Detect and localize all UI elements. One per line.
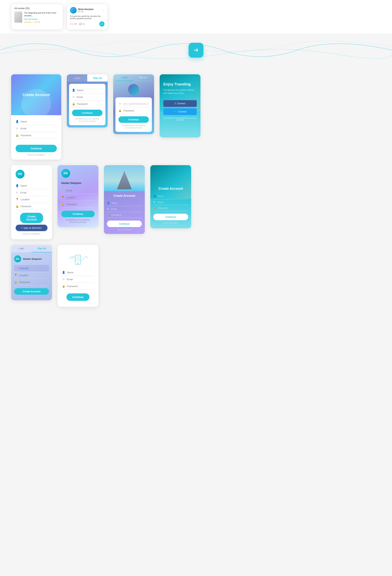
location-input[interactable] xyxy=(19,274,49,277)
email-icon: ✉ xyxy=(61,189,64,192)
location-field: 📍 xyxy=(61,194,95,201)
phone-wave-graphic xyxy=(67,252,89,265)
see-full-link[interactable]: See full review → xyxy=(24,18,60,20)
svg-rect-3 xyxy=(71,257,74,261)
mountain-shape xyxy=(117,171,132,189)
password-input[interactable] xyxy=(21,134,57,137)
person-icon: 👤 xyxy=(72,89,75,92)
twitter-connect-button[interactable]: 🐦 Connect xyxy=(163,108,197,115)
password-input[interactable] xyxy=(111,214,142,216)
location-icon: 📍 xyxy=(61,196,64,199)
password-input[interactable] xyxy=(77,103,103,105)
arrow-button[interactable] xyxy=(189,43,203,58)
email-icon: ✉ xyxy=(72,95,75,98)
lock-icon: 🔒 xyxy=(16,134,19,137)
name-input[interactable] xyxy=(21,120,57,123)
password-input[interactable] xyxy=(67,285,94,288)
location-input[interactable] xyxy=(66,196,95,199)
name-input[interactable] xyxy=(67,271,94,274)
mountain-background: ← xyxy=(104,165,145,191)
email-field: ✉ xyxy=(72,94,103,101)
email-icon: ✉ xyxy=(16,191,18,194)
name-input[interactable] xyxy=(77,89,103,92)
email-input[interactable] xyxy=(20,191,48,194)
lock-icon: 🔒 xyxy=(61,203,64,206)
person-icon: 👤 xyxy=(62,271,65,274)
tab-signup[interactable]: Sign Up xyxy=(87,74,108,82)
create-account-button[interactable]: Create Account xyxy=(20,213,43,223)
lock-icon: 🔒 xyxy=(118,109,122,112)
email-input[interactable] xyxy=(111,208,142,210)
tab-login[interactable]: Login xyxy=(115,74,134,81)
continue-button[interactable]: Continue xyxy=(16,145,57,152)
wave-section xyxy=(0,33,392,67)
email-input[interactable] xyxy=(123,102,149,105)
review-card: All review (53) The beginning and end of… xyxy=(11,4,63,30)
create-account-button[interactable]: Create Account xyxy=(14,288,49,295)
grid-section: Create Account 👤 ✉ 🔒 Continue Terms & Co… xyxy=(0,67,392,314)
travel-create-content: Create Account 👤 ✉ 🔒 Continue Terms & Co… xyxy=(150,165,191,227)
tab-signup[interactable]: Sign Up xyxy=(31,245,52,252)
comment-action[interactable]: 💬 82 xyxy=(79,23,85,25)
facebook-connect-button[interactable]: f Connect xyxy=(163,100,197,107)
email-input[interactable] xyxy=(19,267,49,270)
card-title: Create Account xyxy=(23,93,50,97)
email-input[interactable] xyxy=(77,96,103,98)
location-icon: 📍 xyxy=(14,274,17,277)
travel-terms[interactable]: By registering, you are agreeing to our … xyxy=(163,117,197,121)
email-input[interactable] xyxy=(66,189,95,192)
continue-button[interactable]: Continue xyxy=(153,214,188,220)
user-avatar xyxy=(128,84,139,95)
facebook-login-button[interactable]: f login as @hunters xyxy=(16,225,48,231)
terms-link[interactable]: Terms & Conditions xyxy=(16,154,57,156)
signup-tabs: Login Sign Up xyxy=(11,245,52,252)
continue-button[interactable]: Continue xyxy=(107,221,142,227)
name-field: 👤 xyxy=(16,182,48,189)
all-review-label: All review (53) xyxy=(14,7,60,10)
user-avatar: HS xyxy=(16,170,25,178)
continue-button[interactable]: Continue xyxy=(118,116,149,123)
continue-button[interactable]: Continue xyxy=(66,293,89,301)
email-input[interactable] xyxy=(67,278,94,281)
tab-login[interactable]: Login xyxy=(67,74,87,82)
password-input[interactable] xyxy=(21,205,48,208)
tab-login[interactable]: Login xyxy=(11,245,31,252)
password-input[interactable] xyxy=(66,203,95,206)
grid-row-3: Login Sign Up HS Hunter Simpson ✉ 📍 🔒 xyxy=(11,245,381,307)
travel-title: Enjoy Traveling xyxy=(163,82,197,86)
email-input[interactable] xyxy=(20,127,57,130)
password-field: 🔒 xyxy=(62,283,94,290)
email-icon: ✉ xyxy=(14,267,17,270)
terms-text[interactable]: Terms & Conditions xyxy=(107,229,142,231)
card-plain-form: 👤 ✉ 🔒 Continue xyxy=(57,245,98,307)
terms-link[interactable]: Terms & Conditions xyxy=(20,233,43,235)
password-field: 🔒 xyxy=(16,203,48,210)
post-body: A round-the-world trip remains the world… xyxy=(70,15,105,20)
card-signup-bottom: Login Sign Up HS Hunter Simpson ✉ 📍 🔒 xyxy=(11,245,52,300)
email-field: ✉ xyxy=(16,125,57,132)
terms-text[interactable]: Terms & Conditions xyxy=(153,222,188,224)
auth-form: ✉ 🔒 Continue By registering, you are agr… xyxy=(115,97,152,132)
user-name: Brian Houston xyxy=(78,8,94,11)
form-title: Create Account xyxy=(107,194,142,198)
like-action[interactable]: ♥ 1,345 xyxy=(70,23,77,25)
person-icon: 👤 xyxy=(16,120,19,123)
tab-signup[interactable]: Sign Up xyxy=(134,74,152,81)
card-travel-create-account: Create Account 👤 ✉ 🔒 Continue Terms & Co… xyxy=(150,165,191,228)
email-input[interactable] xyxy=(157,201,188,203)
password-input[interactable] xyxy=(158,207,188,209)
back-arrow-icon[interactable]: ← xyxy=(106,167,109,171)
share-button[interactable]: ↩ xyxy=(99,21,105,27)
terms-text: By registering, you are agreeing to our … xyxy=(118,124,149,129)
location-input[interactable] xyxy=(21,198,48,201)
grid-row-1: Create Account 👤 ✉ 🔒 Continue Terms & Co… xyxy=(11,74,381,160)
more-options-icon[interactable]: ··· xyxy=(102,9,105,12)
continue-button[interactable]: Continue xyxy=(61,211,95,217)
name-input[interactable] xyxy=(158,195,188,198)
lock-icon: 🔒 xyxy=(153,207,156,209)
password-input[interactable] xyxy=(19,281,49,284)
password-input[interactable] xyxy=(123,109,149,112)
continue-button[interactable]: Continue xyxy=(72,110,103,116)
name-input[interactable] xyxy=(111,202,142,204)
name-input[interactable] xyxy=(21,184,48,187)
